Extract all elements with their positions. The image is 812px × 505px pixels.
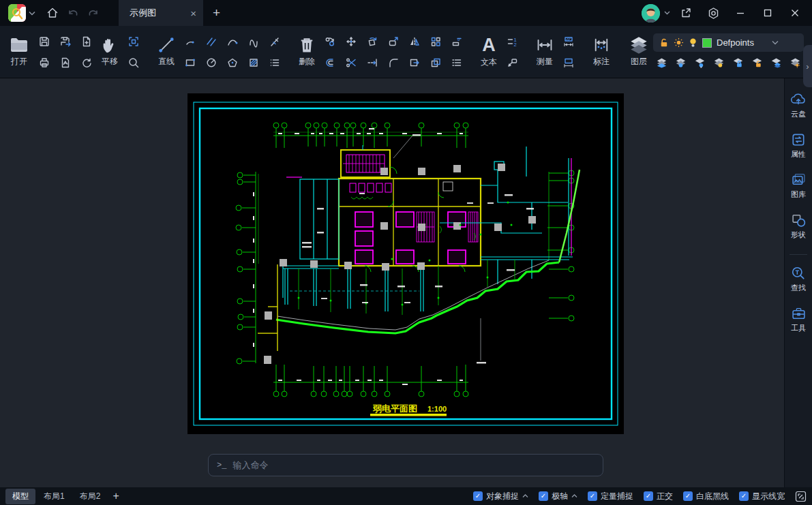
zoom-extents-button[interactable]	[123, 31, 143, 51]
layer-isolate-button[interactable]	[672, 55, 689, 70]
delete-button[interactable]: 删除	[294, 36, 320, 67]
new-file-button[interactable]	[76, 31, 96, 51]
fillet-button[interactable]	[383, 52, 403, 72]
pan-button[interactable]: 平移	[96, 36, 123, 67]
array-button[interactable]	[425, 31, 445, 51]
dimension-button[interactable]: 标注	[588, 36, 615, 67]
document-tab[interactable]: 示例图 ×	[119, 0, 203, 26]
new-tab-button[interactable]: +	[213, 5, 220, 20]
app-menu-button[interactable]	[0, 4, 42, 22]
parallel-tool-button[interactable]	[201, 31, 221, 51]
extend-button[interactable]	[362, 52, 382, 72]
toggle-polar[interactable]: ✓ 极轴	[539, 491, 577, 502]
layer-select[interactable]: Defpoints	[653, 33, 804, 52]
toggle-lineweight[interactable]: ✓ 显示线宽	[739, 491, 785, 502]
layer-merge-button[interactable]	[768, 55, 785, 70]
checkbox-checked-icon[interactable]: ✓	[644, 491, 653, 501]
polygon-tool-button[interactable]	[222, 52, 242, 72]
hatch-tool-button[interactable]	[243, 52, 263, 72]
home-button[interactable]	[42, 3, 63, 23]
trim-button[interactable]	[341, 52, 361, 72]
layer-unlock-button[interactable]	[749, 55, 766, 70]
checkbox-checked-icon[interactable]: ✓	[683, 491, 693, 501]
spline-tool-button[interactable]	[243, 31, 263, 51]
minimize-button[interactable]	[729, 3, 752, 23]
bulb-icon[interactable]	[689, 37, 697, 48]
user-avatar[interactable]	[642, 4, 660, 22]
line-tool-button[interactable]: 直线	[153, 36, 180, 67]
group-button[interactable]	[425, 52, 445, 72]
checkbox-checked-icon[interactable]: ✓	[739, 491, 749, 501]
toggle-grid-snap[interactable]: ✓ 定量捕捉	[588, 491, 633, 502]
settings-button[interactable]	[702, 3, 725, 23]
fullscreen-button[interactable]	[795, 491, 807, 502]
sheet-tab-layout2[interactable]: 布局2	[73, 489, 108, 504]
move-button[interactable]	[341, 31, 361, 51]
zoom-window-button[interactable]	[123, 52, 143, 72]
checkbox-checked-icon[interactable]: ✓	[588, 491, 597, 501]
layer-dropdown-chevron-icon[interactable]	[772, 40, 779, 45]
chevron-up-icon[interactable]	[571, 494, 577, 498]
layer-color-swatch[interactable]	[702, 38, 712, 48]
leader-button[interactable]	[502, 52, 522, 72]
copy-button[interactable]	[320, 31, 340, 51]
layer-off-button[interactable]	[710, 55, 727, 70]
share-button[interactable]	[674, 3, 697, 23]
rectangle-tool-button[interactable]	[180, 52, 200, 72]
toggle-object-snap[interactable]: ✓ 对象捕捉	[473, 491, 528, 502]
maximize-button[interactable]	[756, 3, 779, 23]
toolbar-expand-handle[interactable]: ›	[803, 45, 812, 87]
print-button[interactable]	[34, 52, 54, 72]
undo-button[interactable]	[63, 3, 83, 23]
sheet-tab-model[interactable]: 模型	[5, 489, 35, 504]
tab-close-icon[interactable]: ×	[190, 8, 196, 18]
checkbox-checked-icon[interactable]: ✓	[473, 491, 483, 501]
command-input[interactable]	[232, 460, 595, 470]
numbering-button[interactable]: 1 2	[502, 31, 522, 51]
divide-tool-button[interactable]	[265, 31, 284, 51]
toggle-ortho[interactable]: ✓ 正交	[644, 491, 673, 502]
arc-tool-button[interactable]	[180, 31, 200, 51]
layer-all-on-button[interactable]	[653, 55, 670, 70]
more-modify-tools-button[interactable]	[447, 52, 466, 72]
sidebar-item-tools[interactable]: 工具	[791, 306, 807, 333]
more-draw-tools-button[interactable]	[265, 52, 284, 72]
refresh-button[interactable]	[76, 52, 96, 72]
circle-tool-button[interactable]	[201, 52, 221, 72]
block-button[interactable]	[404, 52, 424, 72]
sun-icon[interactable]	[674, 37, 684, 48]
open-button[interactable]: 打开	[4, 36, 34, 67]
sidebar-item-gallery[interactable]: 图库	[791, 172, 807, 200]
layer-button[interactable]: 图层	[625, 36, 653, 67]
account-chevron-icon[interactable]	[664, 11, 670, 15]
toggle-white-background[interactable]: ✓ 白底黑线	[683, 491, 729, 502]
command-bar[interactable]: >_	[208, 454, 603, 476]
rotate-button[interactable]	[362, 31, 382, 51]
sidebar-item-cloud[interactable]: 云盘	[790, 92, 807, 119]
cad-drawing[interactable]: 弱电平面图 1:100	[187, 93, 624, 434]
sheet-tab-layout1[interactable]: 布局1	[37, 489, 72, 504]
layer-lock-button[interactable]	[730, 55, 747, 70]
text-tool-button[interactable]: A 文本	[476, 36, 502, 68]
scale-button[interactable]	[383, 31, 403, 51]
layer-on-button[interactable]	[691, 55, 708, 70]
redo-button[interactable]	[83, 3, 104, 23]
add-sheet-button[interactable]: +	[112, 490, 119, 502]
sidebar-item-properties[interactable]: 属性	[791, 132, 806, 159]
curve-tool-button[interactable]	[222, 31, 242, 51]
measure-button[interactable]: 测量	[531, 36, 558, 67]
measure-rect-button[interactable]	[558, 52, 578, 72]
layer-current-button[interactable]	[787, 55, 804, 70]
unlock-icon[interactable]	[659, 37, 669, 48]
drawing-canvas[interactable]: 弱电平面图 1:100 >_	[0, 78, 784, 487]
save-as-button[interactable]	[55, 31, 75, 51]
mirror-button[interactable]	[404, 31, 424, 51]
chevron-up-icon[interactable]	[522, 494, 528, 498]
checkbox-checked-icon[interactable]: ✓	[539, 491, 548, 501]
sidebar-item-shapes[interactable]: 形状	[791, 213, 807, 240]
lengthen-button[interactable]: 0	[447, 31, 466, 51]
close-window-button[interactable]	[783, 3, 807, 23]
offset-button[interactable]	[320, 52, 340, 72]
save-button[interactable]	[34, 31, 54, 51]
sidebar-item-find[interactable]: 查找	[791, 266, 806, 293]
